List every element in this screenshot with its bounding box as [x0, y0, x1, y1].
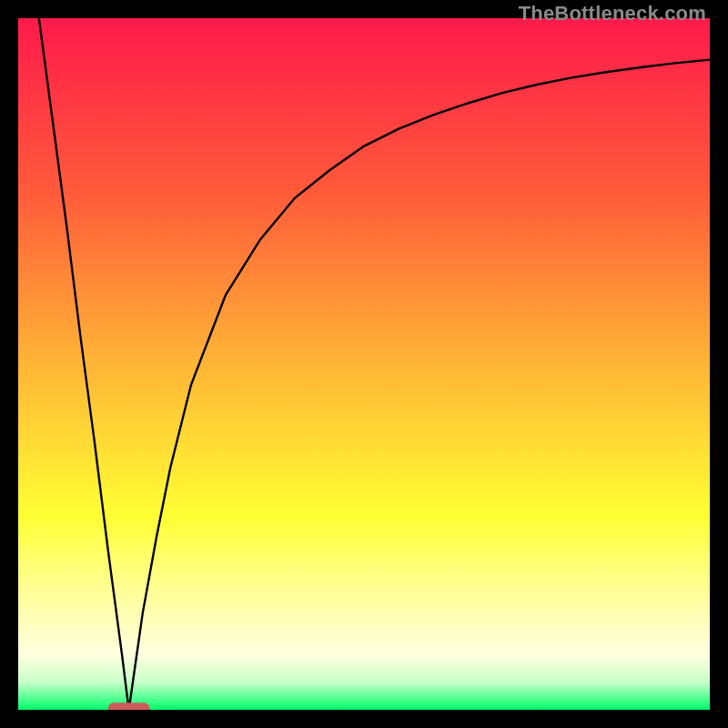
optimal-point-marker	[108, 703, 150, 710]
gradient-background	[18, 18, 710, 710]
bottleneck-plot	[18, 18, 710, 710]
chart-frame	[18, 18, 710, 710]
